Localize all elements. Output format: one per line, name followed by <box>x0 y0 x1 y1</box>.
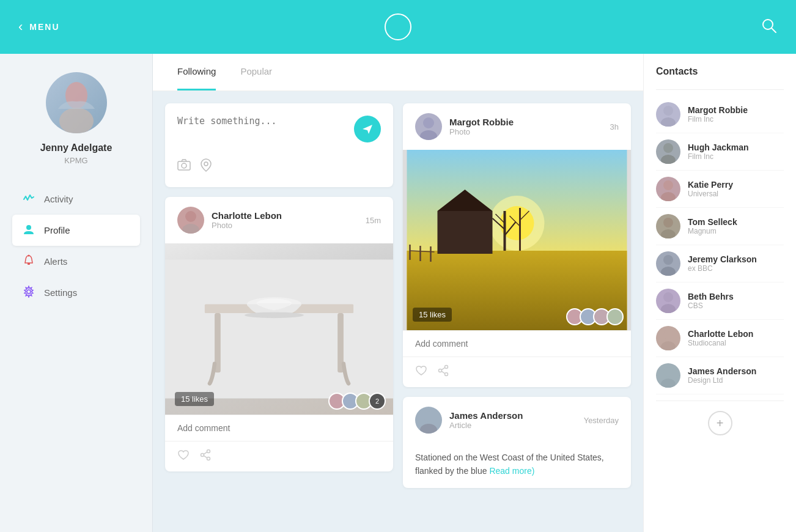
post-charlotte-comment-area <box>165 415 393 441</box>
svg-point-61 <box>663 292 673 302</box>
location-icon[interactable] <box>201 158 212 175</box>
contact-james-name: James Anderson <box>688 366 756 376</box>
contact-margot-robbie[interactable]: Margot Robbie Film Inc <box>656 96 784 133</box>
feed-left-column: Charlotte Lebon Photo 15m <box>165 103 393 488</box>
back-arrow-icon: ‹ <box>18 19 23 35</box>
post-charlotte-user: Charlotte Lebon Photo <box>177 207 282 234</box>
layout: Jenny Adelgate KPMG Activity <box>0 54 796 532</box>
charlotte-extra-likes: 2 <box>369 393 386 410</box>
post-charlotte-avatar <box>177 207 204 234</box>
contact-charlotte-lebon[interactable]: Charlotte Lebon Studiocanal <box>656 320 784 357</box>
post-charlotte-share-button[interactable] <box>199 449 212 464</box>
sidebar-item-profile[interactable]: Profile <box>12 215 140 246</box>
sidebar-item-settings-label: Settings <box>44 287 77 298</box>
post-margot-image: 15 likes <box>403 150 631 330</box>
contact-beth-behrs[interactable]: Beth Behrs CBS <box>656 283 784 320</box>
contact-tom-selleck[interactable]: Tom Selleck Magnum <box>656 208 784 245</box>
post-james-read-more[interactable]: Read more) <box>489 466 534 476</box>
contact-charlotte-avatar <box>656 326 680 350</box>
svg-line-1 <box>772 28 776 32</box>
svg-point-56 <box>661 192 676 201</box>
contact-jeremy-clarkson[interactable]: Jeremy Clarkson ex BBC <box>656 245 784 283</box>
contact-james-avatar <box>656 363 680 388</box>
contact-beth-info: Beth Behrs CBS <box>688 292 734 310</box>
svg-point-21 <box>207 457 210 460</box>
margot-likes-avatars <box>570 308 624 325</box>
post-margot-name: Margot Robbie <box>449 117 514 127</box>
contact-james-anderson[interactable]: James Anderson Design Ltd <box>656 357 784 394</box>
contact-hugh-jackman[interactable]: Hugh Jackman Film Inc <box>656 133 784 171</box>
contact-jeremy-name: Jeremy Clarkson <box>688 254 757 264</box>
post-margot: Margot Robbie Photo 3h <box>403 103 631 387</box>
contact-charlotte-info: Charlotte Lebon Studiocanal <box>688 329 753 347</box>
svg-point-66 <box>661 379 676 388</box>
camera-icon[interactable] <box>177 158 191 175</box>
contact-beth-avatar <box>656 289 680 313</box>
post-james-header: James Anderson Article Yesterday <box>403 397 631 443</box>
svg-rect-8 <box>178 161 190 170</box>
user-name: Jenny Adelgate <box>40 142 112 153</box>
svg-point-60 <box>661 267 676 276</box>
sidebar-item-activity-label: Activity <box>44 194 73 204</box>
sidebar-item-alerts-label: Alerts <box>44 256 67 267</box>
search-button[interactable] <box>761 17 778 37</box>
send-icon <box>361 123 374 135</box>
compose-input[interactable] <box>177 116 354 152</box>
post-margot-user: Margot Robbie Photo <box>415 113 514 140</box>
contact-charlotte-name: Charlotte Lebon <box>688 329 753 339</box>
post-margot-time: 3h <box>610 122 619 131</box>
svg-point-3 <box>59 108 94 133</box>
post-margot-header: Margot Robbie Photo 3h <box>403 103 631 150</box>
post-charlotte-image: 15 likes 2 <box>165 243 393 415</box>
svg-point-53 <box>663 143 673 153</box>
svg-point-51 <box>663 106 673 116</box>
svg-point-6 <box>28 255 30 257</box>
contact-margot-company: Film Inc <box>688 115 748 124</box>
compose-send-button[interactable] <box>354 116 381 142</box>
settings-icon <box>22 286 35 300</box>
post-margot-like-button[interactable] <box>415 364 427 380</box>
sidebar-item-settings[interactable]: Settings <box>12 277 140 308</box>
share-icon <box>199 449 212 461</box>
svg-point-9 <box>182 163 186 168</box>
post-margot-info: Margot Robbie Photo <box>449 117 514 136</box>
activity-icon <box>22 192 35 206</box>
tab-popular[interactable]: Popular <box>240 54 272 91</box>
post-james: James Anderson Article Yesterday Station… <box>403 397 631 488</box>
contact-katie-perry[interactable]: Katie Perry Universal <box>656 171 784 208</box>
contact-hugh-info: Hugh Jackman Film Inc <box>688 142 749 161</box>
svg-point-44 <box>445 366 448 369</box>
svg-line-24 <box>204 456 207 458</box>
header-logo-area <box>385 13 411 40</box>
contact-jeremy-avatar <box>656 251 680 276</box>
contact-beth-name: Beth Behrs <box>688 292 734 301</box>
contact-hugh-name: Hugh Jackman <box>688 142 749 152</box>
post-margot-share-button[interactable] <box>437 364 449 380</box>
post-charlotte-info: Charlotte Lebon Photo <box>212 210 282 230</box>
contact-jeremy-info: Jeremy Clarkson ex BBC <box>688 254 757 273</box>
header: ‹ MENU <box>0 0 796 54</box>
share-icon <box>437 364 449 377</box>
contact-jeremy-company: ex BBC <box>688 264 757 273</box>
menu-button[interactable]: ‹ MENU <box>18 19 60 35</box>
post-charlotte-name: Charlotte Lebon <box>212 210 282 221</box>
post-charlotte-comment-input[interactable] <box>177 423 381 433</box>
sidebar-item-profile-label: Profile <box>44 225 70 235</box>
svg-point-19 <box>245 312 304 318</box>
add-contact-button[interactable]: + <box>708 411 732 435</box>
contact-tom-info: Tom Selleck Magnum <box>688 217 737 235</box>
post-charlotte-actions <box>165 441 393 471</box>
sidebar-item-alerts[interactable]: Alerts <box>12 246 140 277</box>
post-margot-comment-input[interactable] <box>415 339 619 349</box>
tab-following[interactable]: Following <box>177 54 216 91</box>
post-charlotte-like-button[interactable] <box>177 449 190 464</box>
feed-right-column: Margot Robbie Photo 3h <box>403 103 631 488</box>
svg-point-46 <box>439 369 442 372</box>
svg-point-64 <box>661 341 676 350</box>
svg-rect-31 <box>438 211 493 254</box>
svg-point-58 <box>661 229 676 238</box>
svg-point-50 <box>420 424 437 434</box>
post-charlotte: Charlotte Lebon Photo 15m <box>165 197 393 471</box>
sidebar-item-activity[interactable]: Activity <box>12 183 140 215</box>
heart-icon <box>177 449 190 461</box>
